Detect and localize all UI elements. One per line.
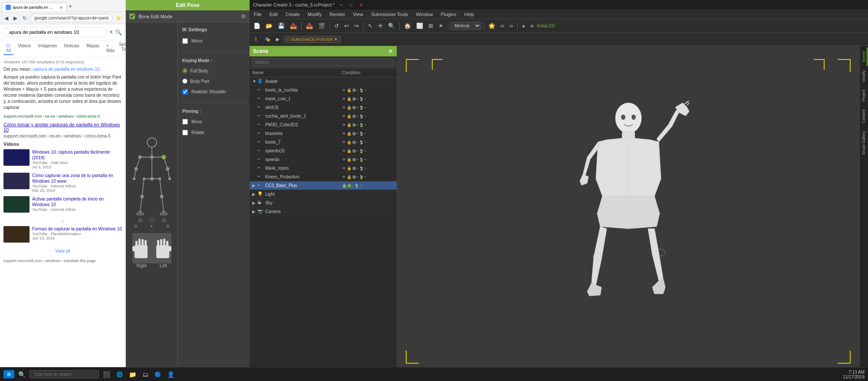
cc3-minimize-btn[interactable]: ─ [338, 3, 345, 7]
search-input[interactable] [3, 27, 107, 37]
move-checkbox[interactable] [182, 119, 188, 125]
toolbar-misc2-btn[interactable]: ⊕ [528, 23, 536, 30]
scene-item-mask[interactable]: ━ mask_Low_1 👁 🔒 • 🍃 • [250, 95, 397, 103]
br-lock[interactable]: 🔒 [347, 131, 352, 136]
scene-item-boots-la[interactable]: ━ boots_la_cuchita 👁 🔒 • 🍃 • [250, 86, 397, 95]
cc3-close-btn[interactable]: ✕ [358, 3, 365, 7]
search-clear-btn[interactable]: ✕ [109, 29, 113, 35]
instalod-btn[interactable]: InstaLOD [537, 23, 555, 28]
video-item-4[interactable]: Formas de capturar la pantalla en Window… [3, 226, 122, 243]
right-tab-content[interactable]: Content [861, 106, 868, 127]
scene-item-cuchia-skirt[interactable]: ━ cuchia_skirt_boots_2 👁 🔒 • 🍃 • [250, 112, 397, 121]
view-all-btn[interactable]: View all [3, 246, 122, 256]
start-btn[interactable]: ⊞ [3, 370, 14, 378]
cs-eye[interactable]: 👁 [342, 114, 346, 118]
scene-item-brazelets[interactable]: ━ brazelets 👁 🔒 • 🍃 • [250, 129, 397, 138]
toolbar-perspective-btn[interactable]: ⬜ [414, 21, 425, 30]
menu-help[interactable]: Help [462, 11, 476, 18]
browser-tab[interactable]: apura de pantalla en windows 10 ✕ [2, 3, 67, 12]
scene-item-pm3d[interactable]: ━ PM3D_Cube3D2 👁 🔒 • 🍃 • [250, 121, 397, 129]
rotate-checkbox[interactable] [182, 130, 188, 135]
scene-group-sky[interactable]: ▶ 🌥 Sky [250, 199, 397, 207]
address-bar[interactable] [30, 14, 112, 22]
mask-leaf[interactable]: 🍃 [359, 97, 364, 101]
menu-file[interactable]: File [252, 11, 263, 18]
scene-group-camera[interactable]: ▶ 📷 Camera [250, 207, 397, 216]
pm3d-leaf[interactable]: 🍃 [359, 123, 364, 127]
body-part-radio[interactable] [182, 79, 187, 84]
s3-leaf[interactable]: 🍃 [359, 149, 364, 153]
kn-eye[interactable]: 👁 [342, 175, 346, 179]
filter-maps[interactable]: Mapas [84, 42, 102, 55]
video-item-2[interactable]: Cómo capturar una zona de tu pantalla en… [3, 173, 122, 193]
viewport[interactable] [397, 46, 859, 381]
mr-lock[interactable]: 🔒 [347, 166, 352, 171]
back-btn[interactable]: ◀ [3, 14, 10, 22]
scene-group-light[interactable]: ▶ 💡 Light [250, 190, 397, 199]
s3-eye[interactable]: 👁 [342, 149, 346, 153]
br-eye[interactable]: 👁 [342, 131, 346, 136]
sp-leaf[interactable]: 🍃 [359, 158, 364, 162]
menu-plugins[interactable]: Plugins [439, 11, 458, 18]
menu-render[interactable]: Render [328, 11, 347, 18]
result-link[interactable]: Cómo tomar y anotar capturas de pantalla… [3, 122, 122, 132]
cond-lock[interactable]: 🔒 [347, 88, 352, 92]
toolbar2-motion-btn[interactable]: 🎭 [263, 36, 272, 43]
filter-all[interactable]: Cl All [3, 42, 13, 55]
taskbar-explorer-icon[interactable]: 🗂 [140, 370, 151, 379]
menu-window[interactable]: Window [414, 11, 434, 18]
pm3d-eye[interactable]: 👁 [342, 123, 346, 127]
kn-lock[interactable]: 🔒 [347, 175, 352, 179]
menu-create[interactable]: Create [284, 11, 302, 18]
taskbar-search[interactable] [30, 370, 99, 378]
toolbar-sun-btn[interactable]: 🌟 [486, 21, 497, 30]
toolbar-move-btn[interactable]: ✛ [376, 21, 385, 30]
cond-leaf[interactable]: 🍃 [359, 88, 364, 92]
sky-expand-icon[interactable]: ▶ [252, 200, 257, 205]
toolbar-redo-btn[interactable]: ↪ [352, 21, 361, 30]
right-tab-project[interactable]: Project [861, 86, 868, 105]
video-item-1[interactable]: Windows 10: captura pantalla fácilmente … [3, 149, 122, 169]
bone-edit-checkbox[interactable] [129, 13, 135, 19]
menu-submission[interactable]: Submission Tools [369, 11, 410, 18]
video-item-3[interactable]: Activar pantalla completa de inicio en W… [3, 196, 122, 213]
toolbar-ai2-btn[interactable]: AI [507, 23, 516, 30]
realistic-shoulder-checkbox[interactable] [182, 89, 188, 95]
mask-eye[interactable]: 👁 [342, 97, 346, 101]
cc3base-expand[interactable]: ▶ [252, 183, 257, 188]
full-body-radio[interactable] [182, 68, 187, 73]
tab-close-btn[interactable]: ✕ [59, 5, 63, 10]
mask-lock[interactable]: 🔒 [347, 97, 352, 101]
b7-lock[interactable]: 🔒 [347, 140, 352, 145]
right-tab-smart-gallery[interactable]: Smart Gallery [861, 128, 868, 158]
toolbar-undo-btn[interactable]: ↩ [342, 21, 351, 30]
filter-news[interactable]: Noticias [61, 42, 82, 55]
extensions-btn[interactable]: ⭐ [114, 15, 123, 21]
kn-leaf[interactable]: 🍃 [359, 175, 364, 179]
scene-item-cc3base[interactable]: ▶ ━ CC3_Base_Plus 🔒 • 🍃 • [250, 181, 397, 190]
right-tab-modify[interactable]: Modify [861, 67, 868, 85]
skirt-lock[interactable]: 🔒 [347, 105, 352, 110]
cs-lock[interactable]: 🔒 [347, 114, 352, 118]
light-expand-icon[interactable]: ▶ [252, 192, 257, 197]
right-tab-scene[interactable]: Scene [861, 48, 868, 66]
show-more-btn[interactable]: › [3, 216, 122, 226]
scene-item-speedo[interactable]: ━ speedo 👁 🔒 • 🍃 • [250, 155, 397, 164]
toolbar-misc1-btn[interactable]: ◈ [520, 23, 527, 30]
taskbar-task-view-icon[interactable]: ⬛ [101, 370, 112, 379]
figure-icon-right[interactable]: ⚙ [166, 224, 170, 229]
forward-btn[interactable]: ▶ [12, 14, 19, 22]
s3-lock[interactable]: 🔒 [347, 149, 352, 153]
bone-settings-btn[interactable]: ⚙ [241, 13, 246, 20]
scene-close-btn[interactable]: ✕ [388, 48, 393, 55]
toolbar-import-btn[interactable]: 📥 [304, 21, 315, 30]
cb-leaf[interactable]: 🍃 [354, 184, 359, 188]
mr-leaf[interactable]: 🍃 [359, 166, 364, 171]
toolbar2-anim-btn[interactable]: ▶ [274, 36, 282, 43]
new-tab-btn[interactable]: + [67, 3, 74, 10]
menu-view[interactable]: View [351, 11, 365, 18]
did-you-mean-link[interactable]: captura de pantalla en windows 10 [33, 67, 99, 72]
scene-item-skirt[interactable]: ━ skirt(3) 👁 🔒 • 🍃 • [250, 103, 397, 112]
taskbar-cc3-icon[interactable]: 👤 [165, 370, 177, 379]
filter-more[interactable]: + Más [104, 42, 117, 55]
